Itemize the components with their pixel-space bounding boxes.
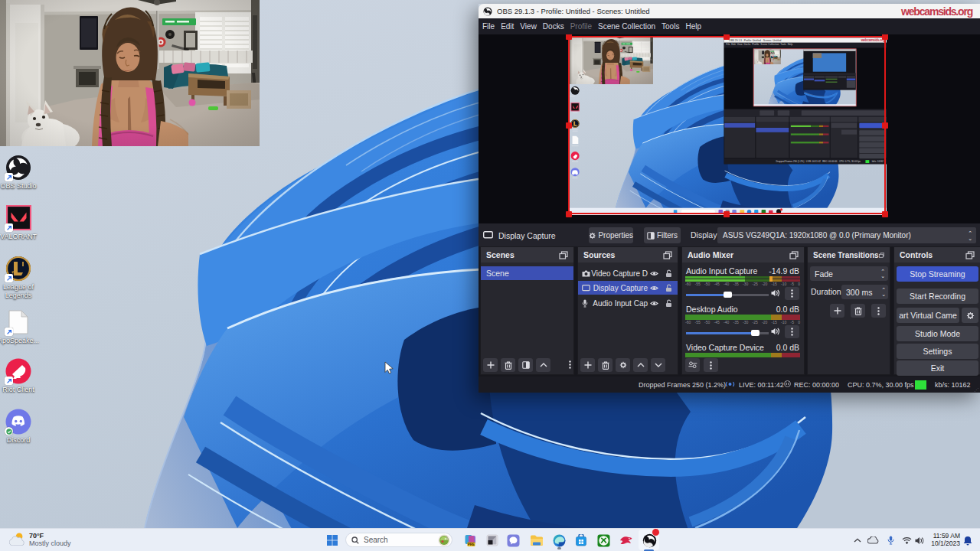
svg-text:PRE: PRE bbox=[467, 543, 474, 546]
